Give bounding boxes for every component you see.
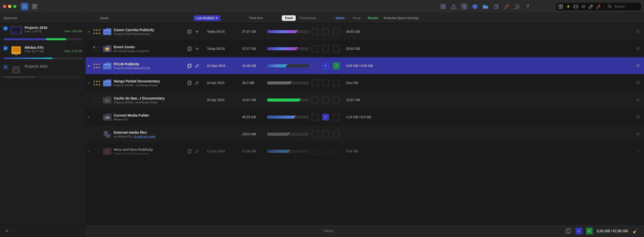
dropper-icon[interactable] xyxy=(514,3,520,10)
rt-film-icon[interactable] xyxy=(573,4,579,10)
row-stars-3: ★★★ ★★★ xyxy=(93,63,101,69)
fullscreen-button[interactable] xyxy=(13,5,16,8)
copy-icon-2[interactable] xyxy=(187,46,192,52)
alert-icon[interactable] xyxy=(450,3,457,10)
help-icon[interactable]: ? xyxy=(524,3,531,10)
last-modified-button[interactable]: Last Modified ▼ xyxy=(194,15,220,21)
sidebar-item-medias6to[interactable]: Médias 6To Free: 55,77 GB Gain: 1,19 GB xyxy=(0,43,85,62)
row-gear-6[interactable]: ⚙ xyxy=(634,114,641,121)
grid3-icon[interactable] xyxy=(461,3,468,10)
medias6to-checkbox[interactable] xyxy=(4,46,8,50)
external-media-link[interactable]: 10 external media xyxy=(133,135,155,138)
row-check-proxy-2[interactable] xyxy=(322,45,329,52)
edit-icon-8[interactable] xyxy=(194,149,200,154)
row-gear-7[interactable]: ⚙ xyxy=(634,131,641,138)
row-gear-8[interactable]: ⚙ xyxy=(634,148,641,155)
rt-grid-icon[interactable] xyxy=(558,4,564,10)
table-row[interactable]: ▶ External media files xyxy=(86,126,644,143)
search-input[interactable] xyxy=(614,5,639,8)
footer-check-render[interactable] xyxy=(586,228,593,234)
row-check-proxy-3[interactable] xyxy=(322,63,329,69)
row-check-optim-5[interactable] xyxy=(312,97,318,103)
row-gear-5[interactable]: ⚙ xyxy=(634,97,641,104)
row-check-render-4[interactable] xyxy=(333,80,339,86)
rt-list-icon[interactable] xyxy=(580,4,586,10)
row-gear-2[interactable]: ⚙ xyxy=(634,45,641,52)
table-row[interactable]: ▶ ☆☆☆ ☆☆☆ Cache de Nan...t Documentary P… xyxy=(86,91,644,109)
row-check-optim-6[interactable] xyxy=(312,114,318,120)
edit-icon-3[interactable] xyxy=(194,63,200,69)
copy-icon-3[interactable] xyxy=(187,63,192,69)
column-headers: Name Last Modified ▼ Total Size Fixed Pr… xyxy=(86,13,644,23)
minimize-button[interactable] xyxy=(8,5,11,8)
row-check-proxy-1[interactable] xyxy=(322,28,329,35)
row-check-render-5[interactable] xyxy=(333,97,339,103)
add-source-button[interactable]: + xyxy=(4,228,10,234)
row-expand-6[interactable]: ▶ xyxy=(88,116,93,118)
rt-scissors-icon[interactable] xyxy=(595,4,601,10)
row-gear-1[interactable]: ⚙ xyxy=(634,28,641,35)
row-expand-7[interactable]: ▶ xyxy=(88,133,93,135)
grid-dots-icon[interactable] xyxy=(440,3,446,10)
table-row[interactable]: ▶ ★★★ ★★★ FCLM Publicity Projects 2016/P… xyxy=(86,57,644,74)
row-check-render-8[interactable] xyxy=(333,148,339,155)
plus-icon-1[interactable] xyxy=(194,29,200,34)
footer-check-proxy[interactable] xyxy=(576,228,582,234)
row-subtitle-8: Projects 2015/Here and Now xyxy=(114,152,187,155)
sidebar-footer: + xyxy=(0,224,85,237)
table-row[interactable]: ▶ Current Media Folder Médias 6To 46,18 … xyxy=(86,109,644,126)
copy-icon-1[interactable] xyxy=(187,29,192,34)
footer-copy-icon[interactable] xyxy=(565,228,572,234)
row-check-render-3[interactable] xyxy=(333,63,339,69)
row-expand-1[interactable]: ▶ xyxy=(88,30,93,33)
row-size-1: 37,07 GB xyxy=(242,30,267,33)
row-check-proxy-6[interactable] xyxy=(322,114,329,120)
svg-rect-90 xyxy=(106,134,110,138)
row-expand-8[interactable]: ▶ xyxy=(88,150,93,153)
copy2-icon[interactable] xyxy=(493,3,499,10)
row-check-proxy-4[interactable] xyxy=(322,80,329,86)
row-expand-5[interactable]: ▶ xyxy=(88,99,93,101)
row-check-optim-4[interactable] xyxy=(312,80,318,86)
table-row[interactable]: ▶ ★★★ ★★★ Caseo Carrelia Publicity Proje… xyxy=(86,23,644,40)
svg-rect-88 xyxy=(105,133,107,133)
row-check-render-7[interactable] xyxy=(333,131,339,137)
row-gear-4[interactable]: ⚙ xyxy=(634,79,641,86)
row-check-optim-1[interactable] xyxy=(312,28,318,35)
table-row[interactable]: ▶ ★★★ ★★★ Nanga Parbat Documentary Proje… xyxy=(86,74,644,91)
projects2016-checkbox[interactable] xyxy=(4,26,8,30)
row-check-proxy-8[interactable] xyxy=(322,148,329,155)
sidebar-item-projects2015[interactable]: Projects 2015 xyxy=(0,62,85,81)
rt-star-icon[interactable]: ★ xyxy=(565,4,571,10)
row-gear-3[interactable]: ⚙ xyxy=(634,62,641,69)
row-check-render-1[interactable] xyxy=(333,28,339,35)
row-check-optim-3[interactable] xyxy=(312,63,318,69)
edit-icon-4[interactable] xyxy=(194,80,200,86)
pen2-icon[interactable] xyxy=(503,3,510,10)
table-row[interactable]: ▶ ☆☆☆ ☆☆☆ Here and Now Publicity Project… xyxy=(86,143,644,160)
close-button[interactable] xyxy=(3,5,6,8)
row-expand-2[interactable]: ▶ xyxy=(88,47,93,50)
row-check-optim-2[interactable] xyxy=(312,45,318,52)
table-row[interactable]: ▶ ★☆☆ ☆☆☆ Event Caséo 98 internal media,… xyxy=(86,40,644,57)
row-expand-3[interactable]: ▶ xyxy=(88,64,93,67)
row-check-proxy-5[interactable] xyxy=(322,97,329,103)
shield-icon[interactable] xyxy=(472,3,478,10)
copy-icon-8[interactable] xyxy=(187,149,192,154)
rt-pen-icon[interactable] xyxy=(588,4,594,10)
fixed-button[interactable]: Fixed xyxy=(282,15,296,21)
row-check-proxy-7[interactable] xyxy=(322,131,329,137)
row-check-render-2[interactable] xyxy=(333,45,339,52)
footer-broom-icon[interactable]: 🧹 xyxy=(632,227,639,234)
projects2015-checkbox[interactable] xyxy=(4,65,8,69)
proportional-button[interactable]: Proportional xyxy=(297,15,318,21)
row-check-optim-7[interactable] xyxy=(312,131,318,137)
folder-icon[interactable] xyxy=(482,3,489,10)
sidebar-item-projects2016[interactable]: Projects 2016 Free: 1,84 TB Gain: 3,85 G… xyxy=(0,23,85,43)
qr-icon[interactable] xyxy=(31,3,39,10)
row-check-render-6[interactable] xyxy=(333,114,339,120)
row-check-optim-8[interactable] xyxy=(312,148,318,155)
plus-icon-2[interactable] xyxy=(194,46,200,52)
row-expand-4[interactable]: ▶ xyxy=(88,81,93,84)
copy-icon-4[interactable] xyxy=(187,80,192,86)
